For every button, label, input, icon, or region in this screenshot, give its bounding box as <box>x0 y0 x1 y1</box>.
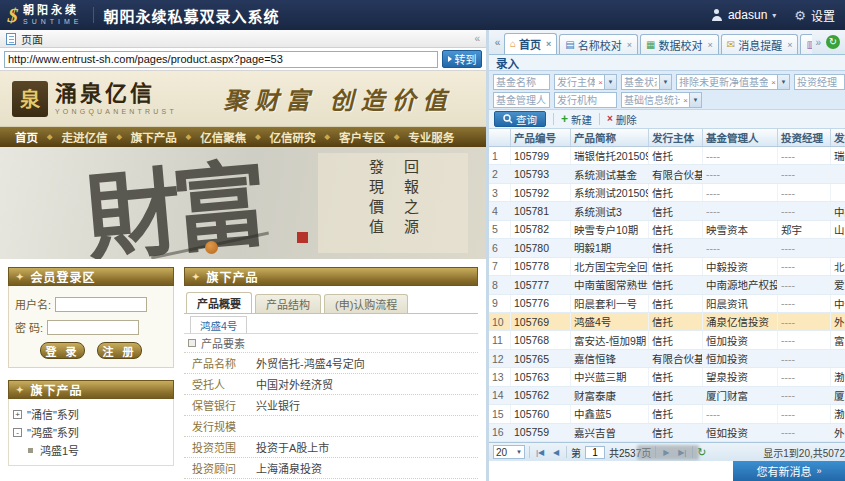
filter-field[interactable] <box>555 77 597 88</box>
row-number: 14 <box>489 387 511 404</box>
page-size-select[interactable]: 20 ▼ <box>493 445 525 459</box>
tab-overflow-icon[interactable]: » <box>815 37 821 48</box>
table-row[interactable]: 13105763中兴蓝三期信托望泉投资----渤海 <box>489 368 845 386</box>
site-nav-item[interactable]: 亿信研究 <box>261 129 325 145</box>
table-cell: 信托 <box>649 276 703 293</box>
tab-close-icon[interactable]: × <box>787 40 792 50</box>
table-row[interactable]: 15105760中鑫蓝5信托--------渤海 <box>489 405 845 423</box>
table-row[interactable]: 4105781系统测试3信托--------中融 <box>489 202 845 220</box>
filter-field[interactable] <box>795 77 844 88</box>
first-page-button[interactable]: |◀ <box>534 448 546 457</box>
tab-close-icon[interactable]: × <box>546 39 551 49</box>
filter-field[interactable] <box>494 95 549 106</box>
column-header[interactable]: 产品编号 <box>511 129 571 146</box>
table-row[interactable]: 8105777中南萤图常熟世纪嘉城信托中南源地产权投资----爱建 <box>489 276 845 294</box>
product-subtab[interactable]: 鸿盛4号 <box>190 316 247 333</box>
tree-item[interactable]: +"涌信"系列 <box>13 405 169 423</box>
table-cell: ---- <box>778 202 831 219</box>
site-nav-item[interactable]: 首页 <box>6 129 47 145</box>
register-button[interactable]: 注 册 <box>97 342 142 359</box>
table-row[interactable]: 3105792系统测试20150909信托-------- <box>489 184 845 202</box>
collapse-left-icon[interactable]: « <box>474 33 480 44</box>
dropdown-arrow-icon[interactable]: ▼ <box>777 75 789 89</box>
dropdown-arrow-icon[interactable]: ▼ <box>659 75 671 89</box>
table-row[interactable]: 2105793系统测试基金有限合伙基金-------- <box>489 165 845 183</box>
filter-field[interactable] <box>622 95 682 106</box>
column-header[interactable]: 产品简称 <box>571 129 649 146</box>
dropdown-arrow-icon[interactable]: ▼ <box>689 93 701 107</box>
clear-icon[interactable]: × <box>597 78 604 87</box>
column-header[interactable] <box>489 129 511 146</box>
table-row[interactable]: 7105778北方国宝完全回报信托中毅投资----北方 <box>489 258 845 276</box>
site-nav-item[interactable]: 旗下产品 <box>122 129 186 145</box>
tab-item[interactable]: ✉消息提醒× <box>721 34 799 54</box>
table-cell: 信托 <box>649 295 703 312</box>
page-number-input[interactable] <box>585 446 605 459</box>
expand-icon[interactable]: + <box>13 410 22 419</box>
tab-item[interactable]: ▤名称校对× <box>559 34 638 54</box>
column-header[interactable]: 基金管理人 <box>703 129 778 146</box>
create-button[interactable]: + 新建 <box>561 112 592 127</box>
filter-field[interactable] <box>677 77 770 88</box>
site-logo: 涌泉亿信 YONGQUANENTRUST <box>55 83 177 115</box>
site-nav-item[interactable]: 专业服务 <box>399 129 463 145</box>
filter-field[interactable] <box>555 95 616 106</box>
prev-page-button[interactable]: ◀ <box>550 448 562 457</box>
site-logo-sub: YONGQUANENTRUST <box>55 108 177 115</box>
column-header[interactable]: 发行机构 <box>831 129 845 146</box>
toolbar-separator <box>599 113 600 125</box>
new-message-button[interactable]: 您有新消息 » <box>733 461 845 481</box>
delete-button[interactable]: × 删除 <box>607 112 637 127</box>
table-row[interactable]: 5105782映雪专户10期信托映雪资本郑宇山东 <box>489 221 845 239</box>
tab-item[interactable]: ⌂首页× <box>504 33 557 54</box>
column-header[interactable]: 投资经理 <box>778 129 831 146</box>
filter-field[interactable] <box>494 77 549 88</box>
clear-icon[interactable]: × <box>682 96 689 105</box>
login-button[interactable]: 登 录 <box>40 342 85 359</box>
collapse-panel-icon[interactable]: « <box>491 37 504 48</box>
username-input[interactable] <box>55 297 147 312</box>
product-tab[interactable]: 产品结构 <box>255 294 321 313</box>
filter-field[interactable] <box>622 77 659 88</box>
refresh-tabs-icon[interactable]: ↻ <box>826 35 840 49</box>
tab-item[interactable]: ▥拟分信息统计× <box>800 34 812 54</box>
query-button[interactable]: 查询 <box>494 111 546 127</box>
site-nav-item[interactable]: 客户专区 <box>330 129 394 145</box>
table-row[interactable]: 6105780明毅1期信托-------- <box>489 239 845 257</box>
logo-en-text: SUNTIME <box>23 18 83 25</box>
grid-header: 产品编号产品简称发行主体基金管理人投资经理发行机构 <box>489 129 845 147</box>
user-menu[interactable]: adasun ▾ <box>711 8 776 22</box>
table-cell: 瑞银信托20150910 <box>571 147 649 164</box>
go-button[interactable]: 转到 <box>442 50 482 68</box>
collapse-icon[interactable]: - <box>13 428 22 437</box>
tab-close-icon[interactable]: × <box>627 40 632 50</box>
table-cell: 有限合伙基金 <box>649 165 703 182</box>
password-input[interactable] <box>47 320 139 335</box>
table-cell: 信托 <box>649 424 703 441</box>
user-icon <box>711 9 723 21</box>
site-nav-item[interactable]: 亿信聚焦 <box>191 129 255 145</box>
site-nav-item[interactable]: 走进亿信 <box>52 129 116 145</box>
table-row[interactable]: 12105765嘉信恒锋有限合伙基金恒加投资---- <box>489 350 845 368</box>
tab-item[interactable]: ▦数据校对× <box>640 34 719 54</box>
url-input[interactable] <box>4 51 438 68</box>
table-row[interactable]: 10105769鸿盛4号信托涌泉亿信投资----外贸 <box>489 313 845 331</box>
tree-item[interactable]: 鸿盛1号 <box>26 441 169 459</box>
table-row[interactable]: 16105759嘉兴吉曾信托恒如投资----外贸 <box>489 424 845 442</box>
table-row[interactable]: 11105768富安达-恒加9期信托恒加投资----富安 <box>489 331 845 349</box>
go-arrow-icon <box>448 56 452 62</box>
tree-item[interactable]: -"鸿盛"系列 <box>13 423 169 441</box>
product-tab[interactable]: (申)认购流程 <box>324 294 408 313</box>
clear-icon[interactable]: × <box>770 78 777 87</box>
dropdown-arrow-icon[interactable]: ▼ <box>604 75 616 89</box>
filter-combo: ×▼ <box>621 92 702 108</box>
table-row[interactable]: 14105762财富泰康信托厦门财富----厦门 <box>489 387 845 405</box>
table-row[interactable]: 9105776阳晨套利一号信托阳晨资讯----中信 <box>489 295 845 313</box>
product-panel-label: 旗下产品 <box>207 268 259 285</box>
tab-close-icon[interactable]: × <box>707 40 712 50</box>
settings-button[interactable]: ⚙ 设置 <box>794 7 835 24</box>
section-title: 录入 <box>496 55 519 71</box>
product-tab[interactable]: 产品概要 <box>186 292 252 313</box>
table-row[interactable]: 1105799瑞银信托20150910信托--------瑞银 <box>489 147 845 165</box>
column-header[interactable]: 发行主体 <box>649 129 703 146</box>
